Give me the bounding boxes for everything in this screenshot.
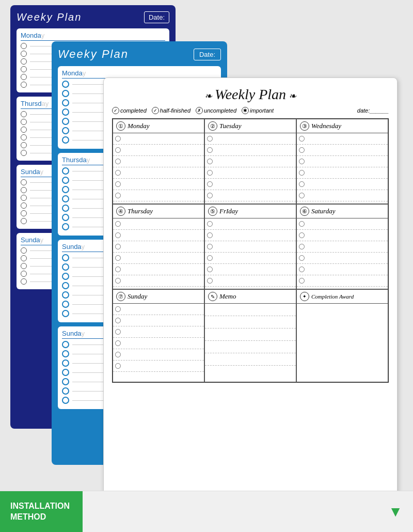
monday-num: ① xyxy=(116,121,125,131)
task-row xyxy=(297,145,388,156)
completion-num: ✦ xyxy=(300,292,309,301)
sunday-num: ⑦ xyxy=(116,292,125,301)
important-icon: ✱ xyxy=(242,107,249,114)
completion-content xyxy=(297,304,388,371)
legend-uncompleted: ✗ uncompleted xyxy=(196,107,236,114)
wednesday-label: Wednesday xyxy=(311,122,341,130)
day-cell-friday: ⑤ FrIday xyxy=(204,204,296,289)
task-row xyxy=(205,304,296,316)
legend-important: ✱ important xyxy=(242,107,274,114)
task-row xyxy=(113,179,204,190)
task-row xyxy=(205,179,296,190)
task-row xyxy=(297,264,388,275)
friday-num: ⑤ xyxy=(208,207,217,216)
half-finished-label: half-finished xyxy=(160,107,190,114)
friday-label: FrIday xyxy=(219,207,238,215)
thursday-num: ④ xyxy=(116,207,125,216)
task-row xyxy=(205,145,296,156)
task-row xyxy=(205,275,296,287)
tuesday-label: Tuesday xyxy=(219,122,242,130)
task-row xyxy=(297,253,388,264)
important-label: important xyxy=(250,107,274,114)
task-row xyxy=(113,349,204,361)
task-row xyxy=(205,167,296,179)
task-row xyxy=(113,275,204,287)
day-cell-wednesday: ③ Wednesday xyxy=(296,119,388,204)
task-row xyxy=(205,190,296,201)
thursday-label: Thursday xyxy=(128,207,153,215)
task-row xyxy=(113,241,204,253)
task-row xyxy=(205,218,296,230)
half-finished-icon: ✓ xyxy=(152,107,159,114)
legend: ✓ completed ✓ half-finished ✗ uncomplete… xyxy=(112,107,389,114)
monday-label: Monday xyxy=(128,122,150,130)
completed-label: completed xyxy=(120,107,147,114)
memo-header: ✎ Memo xyxy=(205,290,296,304)
task-row xyxy=(297,275,388,287)
uncompleted-label: uncompleted xyxy=(204,107,236,114)
task-row xyxy=(297,167,388,179)
friday-header: ⑤ FrIday xyxy=(205,205,296,218)
memo-label: Memo xyxy=(219,292,236,301)
task-row xyxy=(113,145,204,156)
planner-white: Weekly Plan ✓ completed ✓ half-finished … xyxy=(103,77,398,501)
task-row xyxy=(205,230,296,241)
day-cell-monday: ① Monday xyxy=(113,119,204,204)
saturday-num: ⑥ xyxy=(300,207,309,216)
medium-blue-date: Date: xyxy=(194,49,221,60)
task-row xyxy=(113,361,204,372)
task-row xyxy=(113,315,204,326)
legend-date: date:______ xyxy=(357,107,389,114)
bottom-bar: INSTALLATIONMETHOD ▼ xyxy=(0,491,413,532)
saturday-label: Saturday xyxy=(311,207,335,215)
completion-header: ✦ Completion Award xyxy=(297,290,388,304)
legend-completed: ✓ completed xyxy=(112,107,147,114)
sunday-header: ⑦ Sunday xyxy=(113,290,204,304)
task-row xyxy=(205,328,296,341)
day-cell-thursday: ④ Thursday xyxy=(113,204,204,289)
task-row xyxy=(113,218,204,230)
dark-blue-date: Date: xyxy=(144,11,169,23)
task-row xyxy=(113,264,204,275)
task-row xyxy=(113,338,204,349)
task-row xyxy=(205,264,296,275)
legend-half-finished: ✓ half-finished xyxy=(152,107,190,114)
tuesday-num: ② xyxy=(208,121,217,131)
task-row xyxy=(297,190,388,201)
task-row xyxy=(205,316,296,328)
sunday-label: Sunday xyxy=(128,292,147,301)
task-row xyxy=(113,133,204,145)
task-row xyxy=(113,156,204,167)
task-row xyxy=(297,156,388,167)
dark-blue-header: Weeky Plan Date: xyxy=(17,11,169,23)
white-main-title: Weekly Plan xyxy=(112,86,389,103)
task-row xyxy=(205,133,296,145)
dark-blue-monday-title: Monday xyxy=(21,32,165,41)
tuesday-header: ② Tuesday xyxy=(205,119,296,133)
task-row xyxy=(297,179,388,190)
thursday-header: ④ Thursday xyxy=(113,205,204,218)
uncompleted-icon: ✗ xyxy=(196,107,203,114)
completion-label: Completion Award xyxy=(311,293,354,300)
task-row xyxy=(297,230,388,241)
weekly-grid: ① Monday ② Tuesday ③ Wedne xyxy=(112,118,389,383)
task-row xyxy=(113,167,204,179)
day-cell-completion: ✦ Completion Award xyxy=(296,289,388,382)
task-row xyxy=(113,326,204,338)
installation-method-label: INSTALLATIONMETHOD xyxy=(0,491,83,532)
arrow-down-icon[interactable]: ▼ xyxy=(388,504,403,520)
task-row xyxy=(113,230,204,241)
task-row xyxy=(205,341,296,353)
medium-blue-header: Weeky Plan Date: xyxy=(58,48,221,61)
wednesday-num: ③ xyxy=(300,121,309,131)
task-row xyxy=(205,253,296,264)
memo-num: ✎ xyxy=(208,292,217,301)
task-row xyxy=(297,218,388,230)
wednesday-header: ③ Wednesday xyxy=(297,119,388,133)
medium-blue-title: Weeky Plan xyxy=(58,48,129,61)
monday-header: ① Monday xyxy=(113,119,204,133)
day-cell-memo: ✎ Memo xyxy=(204,289,296,382)
completed-icon: ✓ xyxy=(112,107,119,114)
task-row xyxy=(205,156,296,167)
day-cell-tuesday: ② Tuesday xyxy=(204,119,296,204)
